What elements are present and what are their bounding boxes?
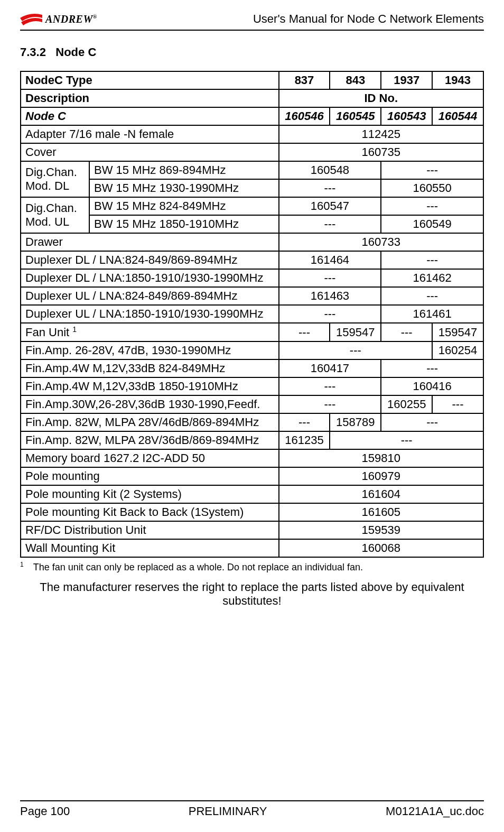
cell-description: Description [21, 89, 279, 107]
table-row: Fin.Amp. 82W, MLPA 28V/46dB/869-894MHz -… [21, 413, 483, 431]
footer-status: PRELIMINARY [189, 805, 267, 818]
table-row: RF/DC Distribution Unit 159539 [21, 521, 483, 539]
cell-value: --- [381, 161, 483, 179]
footer-doc: M0121A1A_uc.doc [386, 805, 484, 818]
table-row: Description ID No. [21, 89, 483, 107]
table-row: Drawer 160733 [21, 233, 483, 251]
cell-label: BW 15 MHz 1850-1910MHz [89, 215, 279, 233]
cell-label: Cover [21, 143, 279, 161]
cell-label: Fin.Amp.4W M,12V,33dB 1850-1910MHz [21, 377, 279, 395]
cell-group-dl: Dig.Chan. Mod. DL [21, 161, 89, 197]
disclaimer: The manufacturer reserves the right to r… [20, 580, 484, 608]
cell-value: --- [279, 215, 381, 233]
cell-label: Fin.Amp. 82W, MLPA 28V/36dB/869-894MHz [21, 431, 279, 449]
cell-value: 160543 [381, 107, 432, 125]
cell-value: --- [381, 287, 483, 305]
document-title: User's Manual for Node C Network Element… [253, 12, 484, 26]
cell-value: 158789 [330, 413, 381, 431]
cell-value: 160255 [381, 395, 432, 413]
logo-text: ANDREW® [45, 13, 97, 25]
page-header: ANDREW® User's Manual for Node C Network… [20, 12, 484, 31]
cell-value: 159547 [330, 323, 381, 341]
cell-value: 160416 [381, 377, 483, 395]
footnote: 1The fan unit can only be replaced as a … [20, 561, 484, 573]
cell-value: 160545 [330, 107, 381, 125]
cell-value: 160547 [279, 197, 381, 215]
cell-value: --- [279, 269, 381, 287]
cell-label: Wall Mounting Kit [21, 539, 279, 557]
cell-value: 160549 [381, 215, 483, 233]
cell-value: --- [279, 341, 433, 359]
table-row: Dig.Chan. Mod. DL BW 15 MHz 869-894MHz 1… [21, 161, 483, 179]
parts-table: NodeC Type 837 843 1937 1943 Description… [20, 71, 484, 558]
footer-page: Page 100 [20, 805, 70, 818]
cell-1937: 1937 [381, 71, 432, 89]
cell-label: RF/DC Distribution Unit [21, 521, 279, 539]
cell-value: 161461 [381, 305, 483, 323]
cell-value: --- [279, 395, 381, 413]
cell-label: Pole mounting Kit Back to Back (1System) [21, 503, 279, 521]
cell-label: Adapter 7/16 male -N female [21, 125, 279, 143]
table-row: Pole mounting Kit Back to Back (1System)… [21, 503, 483, 521]
table-row: Adapter 7/16 male -N female 112425 [21, 125, 483, 143]
cell-value: 161605 [279, 503, 483, 521]
cell-label: BW 15 MHz 824-849MHz [89, 197, 279, 215]
cell-label: Duplexer DL / LNA:824-849/869-894MHz [21, 251, 279, 269]
cell-value: 159539 [279, 521, 483, 539]
cell-node-c: Node C [21, 107, 279, 125]
cell-value: 161464 [279, 251, 381, 269]
cell-group-ul: Dig.Chan. Mod. UL [21, 197, 89, 233]
cell-label: Fan Unit 1 [21, 323, 279, 341]
cell-value: --- [432, 395, 483, 413]
table-row: Node C 160546 160545 160543 160544 [21, 107, 483, 125]
table-row: BW 15 MHz 1850-1910MHz --- 160549 [21, 215, 483, 233]
cell-843: 843 [330, 71, 381, 89]
table-row: Fin.Amp.30W,26-28V,36dB 1930-1990,Feedf.… [21, 395, 483, 413]
cell-value: --- [279, 377, 381, 395]
table-row: Cover 160735 [21, 143, 483, 161]
table-row: BW 15 MHz 1930-1990MHz --- 160550 [21, 179, 483, 197]
cell-value: --- [381, 359, 483, 377]
cell-idno: ID No. [279, 89, 483, 107]
cell-value: 112425 [279, 125, 483, 143]
cell-label: Fin.Amp.30W,26-28V,36dB 1930-1990,Feedf. [21, 395, 279, 413]
cell-label: Drawer [21, 233, 279, 251]
cell-nodec-type: NodeC Type [21, 71, 279, 89]
section-heading: 7.3.2 Node C [20, 45, 484, 59]
cell-value: 160735 [279, 143, 483, 161]
cell-value: --- [279, 179, 381, 197]
cell-value: --- [330, 431, 483, 449]
cell-value: 160544 [432, 107, 483, 125]
cell-837: 837 [279, 71, 330, 89]
cell-value: 160979 [279, 467, 483, 485]
table-row: Duplexer UL / LNA:824-849/869-894MHz 161… [21, 287, 483, 305]
cell-value: 160548 [279, 161, 381, 179]
cell-label: Fin.Amp.4W M,12V,33dB 824-849MHz [21, 359, 279, 377]
cell-value: 160733 [279, 233, 483, 251]
page-footer: Page 100 PRELIMINARY M0121A1A_uc.doc [20, 800, 484, 818]
cell-value: 161604 [279, 485, 483, 503]
cell-label: Duplexer UL / LNA:1850-1910/1930-1990MHz [21, 305, 279, 323]
cell-label: Fin.Amp. 26-28V, 47dB, 1930-1990MHz [21, 341, 279, 359]
logo-icon [20, 12, 42, 26]
cell-value: 159547 [432, 323, 483, 341]
cell-value: 160254 [432, 341, 483, 359]
cell-value: 161462 [381, 269, 483, 287]
cell-value: 160417 [279, 359, 381, 377]
cell-value: 160550 [381, 179, 483, 197]
cell-value: --- [381, 251, 483, 269]
cell-value: --- [279, 413, 330, 431]
cell-value: 160068 [279, 539, 483, 557]
table-row: Pole mounting 160979 [21, 467, 483, 485]
table-row: Pole mounting Kit (2 Systems) 161604 [21, 485, 483, 503]
cell-label: Pole mounting [21, 467, 279, 485]
cell-value: --- [381, 197, 483, 215]
cell-label: Fin.Amp. 82W, MLPA 28V/46dB/869-894MHz [21, 413, 279, 431]
cell-label: BW 15 MHz 869-894MHz [89, 161, 279, 179]
table-row: Duplexer DL / LNA:824-849/869-894MHz 161… [21, 251, 483, 269]
cell-value: --- [279, 323, 330, 341]
logo: ANDREW® [20, 12, 97, 26]
cell-label: Duplexer UL / LNA:824-849/869-894MHz [21, 287, 279, 305]
cell-value: 160546 [279, 107, 330, 125]
cell-label: Memory board 1627.2 I2C-ADD 50 [21, 449, 279, 467]
